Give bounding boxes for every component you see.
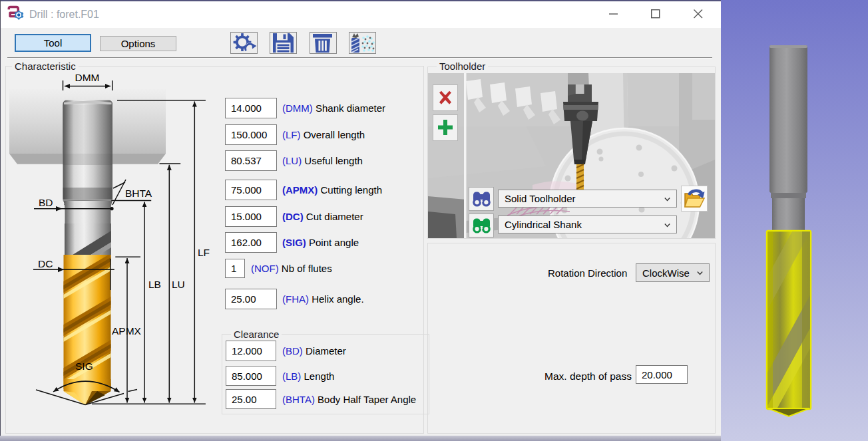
- svg-text:BHTA: BHTA: [125, 188, 152, 199]
- svg-text:APMX: APMX: [112, 325, 142, 337]
- svg-text:LU: LU: [172, 279, 185, 290]
- svg-text:DMM: DMM: [75, 72, 99, 83]
- svg-text:SIG: SIG: [75, 361, 93, 372]
- svg-text:LF: LF: [198, 247, 210, 258]
- svg-text:DC: DC: [38, 258, 53, 269]
- svg-text:LB: LB: [148, 279, 161, 290]
- svg-text:BD: BD: [39, 197, 53, 208]
